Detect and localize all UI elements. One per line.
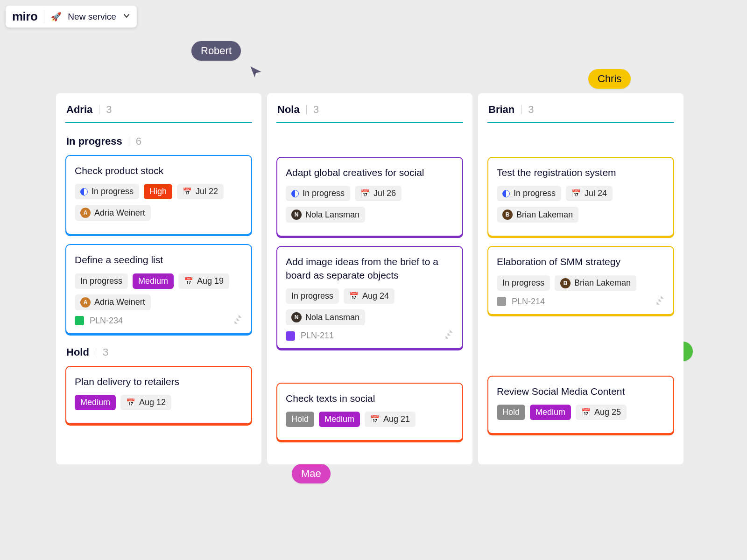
date-chip[interactable]: 📅Jul 22 <box>177 184 224 199</box>
calendar-icon: 📅 <box>571 189 581 198</box>
section-count: 6 <box>136 135 141 147</box>
card[interactable]: Elaboration of SMM strategy In progress … <box>487 246 674 315</box>
avatar: A <box>80 208 91 218</box>
calendar-icon: 📅 <box>349 292 359 301</box>
priority-chip[interactable]: Medium <box>530 405 571 420</box>
date-chip[interactable]: 📅Aug 21 <box>365 412 416 427</box>
app-toolbar: miro 🚀 New service <box>6 6 137 28</box>
status-chip[interactable]: In progress <box>286 186 350 201</box>
column-adria[interactable]: Adria 3 In progress 6 Check product stoc… <box>56 93 261 464</box>
assignee-chip[interactable]: AAdria Weinert <box>75 205 151 221</box>
assignee-chip[interactable]: AAdria Weinert <box>75 294 151 310</box>
status-chip[interactable]: In progress <box>286 288 339 304</box>
calendar-icon: 📅 <box>581 408 591 417</box>
column-header: Brian 3 <box>487 104 674 122</box>
card-title: Review Social Media Content <box>497 385 665 398</box>
assignee-chip[interactable]: NNola Lansman <box>286 309 365 325</box>
card-title: Check texts in social <box>286 392 454 405</box>
date-chip[interactable]: 📅Aug 19 <box>178 273 229 289</box>
column-nola[interactable]: Nola 3 Adapt global creatives for social… <box>267 93 472 464</box>
card-chips: In progress Medium 📅Aug 19 <box>75 273 243 289</box>
card-chips: Hold Medium 📅Aug 21 <box>286 412 454 427</box>
avatar: N <box>291 210 302 220</box>
chevron-down-icon[interactable] <box>123 12 130 21</box>
calendar-icon: 📅 <box>370 415 380 424</box>
half-circle-icon <box>291 190 299 197</box>
card[interactable]: Check product stock In progress High 📅Ju… <box>65 155 252 235</box>
status-chip[interactable]: In progress <box>75 184 139 199</box>
column-name: Brian <box>488 104 514 116</box>
assignee-chip[interactable]: BBrian Lakeman <box>555 275 636 291</box>
card-title: Add image ideas from the brief to a boar… <box>286 255 454 282</box>
collaborator-bubble-chris: Chris <box>588 69 631 89</box>
avatar: B <box>502 210 513 220</box>
card[interactable]: Check texts in social Hold Medium 📅Aug 2… <box>276 383 463 441</box>
status-chip[interactable]: Hold <box>497 405 525 420</box>
card[interactable]: Review Social Media Content Hold Medium … <box>487 376 674 434</box>
board-name[interactable]: New service <box>68 12 116 22</box>
section-count: 3 <box>103 346 108 358</box>
avatar: A <box>80 297 91 308</box>
section-inprogress: In progress 6 <box>65 133 252 155</box>
date-chip[interactable]: 📅Aug 12 <box>120 395 171 410</box>
assignee-row: AAdria Weinert <box>75 294 243 310</box>
assignee-row: NNola Lansman <box>286 309 454 325</box>
assignee-row: AAdria Weinert <box>75 205 243 221</box>
card-chips: Medium 📅Aug 12 <box>75 395 243 410</box>
card[interactable]: Plan delivery to retailers Medium 📅Aug 1… <box>65 366 252 424</box>
kanban-board[interactable]: Adria 3 In progress 6 Check product stoc… <box>56 93 684 464</box>
date-chip[interactable]: 📅Jul 26 <box>355 186 402 201</box>
card-chips: In progress 📅Jul 24 <box>497 186 665 201</box>
assignee-chip[interactable]: BBrian Lakeman <box>497 207 578 223</box>
priority-chip[interactable]: Medium <box>133 273 174 289</box>
rocket-icon: 🚀 <box>51 12 61 22</box>
cursor-robert <box>249 65 262 78</box>
divider <box>129 137 129 146</box>
issue-key: PLN-214 <box>512 297 545 307</box>
date-chip[interactable]: 📅Aug 24 <box>344 288 395 304</box>
priority-chip[interactable]: Medium <box>319 412 360 427</box>
calendar-icon: 📅 <box>184 277 193 286</box>
avatar: B <box>560 278 571 288</box>
card[interactable]: Define a seeding list In progress Medium… <box>65 244 252 334</box>
assignee-row: BBrian Lakeman <box>497 207 665 223</box>
column-underline <box>65 122 252 123</box>
status-chip[interactable]: In progress <box>75 273 128 289</box>
collaborator-bubble-mae: Mae <box>292 464 331 483</box>
spacer <box>276 133 463 157</box>
date-chip[interactable]: 📅Jul 24 <box>566 186 613 201</box>
card[interactable]: Add image ideas from the brief to a boar… <box>276 246 463 349</box>
column-name: Adria <box>66 104 92 116</box>
card-title: Define a seeding list <box>75 253 243 266</box>
collaborator-bubble-robert: Robert <box>191 41 241 61</box>
status-chip[interactable]: In progress <box>497 186 561 201</box>
divider <box>96 348 96 357</box>
card-title: Elaboration of SMM strategy <box>497 255 665 268</box>
date-chip[interactable]: 📅Aug 25 <box>576 405 627 420</box>
priority-chip[interactable]: High <box>144 184 172 199</box>
spacer <box>487 324 674 376</box>
issue-row[interactable]: PLN-211 <box>286 331 454 341</box>
issue-row[interactable]: PLN-234 <box>75 316 243 326</box>
status-chip[interactable]: Hold <box>286 412 314 427</box>
column-brian[interactable]: Brian 3 Test the registration system In … <box>478 93 684 464</box>
issue-type-icon <box>286 331 295 341</box>
jira-icon <box>655 294 667 308</box>
column-count: 3 <box>106 104 112 116</box>
miro-logo[interactable]: miro <box>12 9 37 24</box>
priority-chip[interactable]: Medium <box>75 395 116 410</box>
issue-key: PLN-211 <box>301 331 334 341</box>
spacer <box>487 133 674 157</box>
section-hold: Hold 3 <box>65 343 252 366</box>
divider <box>306 105 307 114</box>
column-count: 3 <box>313 104 319 116</box>
card[interactable]: Test the registration system In progress… <box>487 157 674 237</box>
card[interactable]: Adapt global creatives for social In pro… <box>276 157 463 237</box>
spacer <box>276 358 463 383</box>
card-chips: Hold Medium 📅Aug 25 <box>497 405 665 420</box>
issue-row[interactable]: PLN-214 <box>497 297 665 307</box>
card-title: Test the registration system <box>497 166 665 179</box>
assignee-chip[interactable]: NNola Lansman <box>286 207 365 223</box>
card-chips: In progress 📅Jul 26 <box>286 186 454 201</box>
status-chip[interactable]: In progress <box>497 275 550 291</box>
